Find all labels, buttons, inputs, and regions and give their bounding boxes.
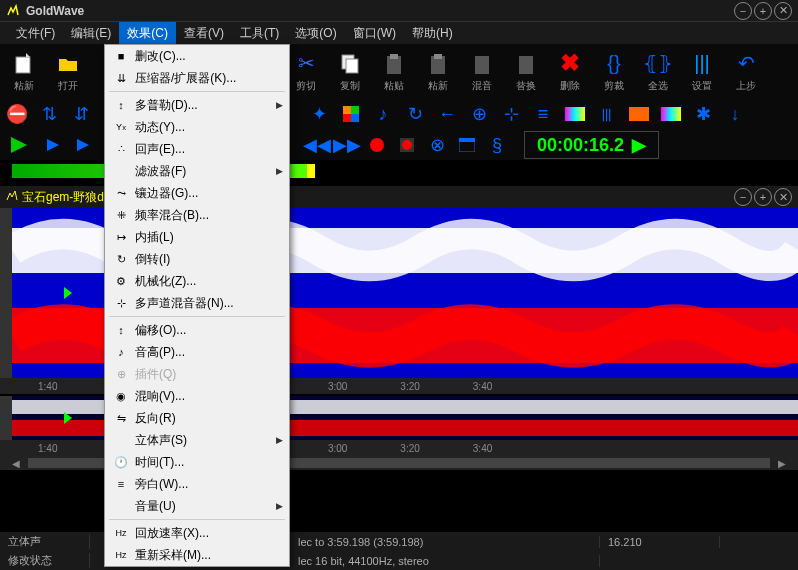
menu-voiceover[interactable]: ≡旁白(W)... (105, 473, 289, 495)
paste-at-button[interactable]: 粘新 (418, 47, 458, 95)
doc-minimize-button[interactable]: − (734, 188, 752, 206)
arrows2-icon[interactable]: ⇵ (68, 101, 94, 127)
svg-rect-11 (343, 114, 351, 122)
doc-close-button[interactable]: ✕ (774, 188, 792, 206)
menu-window[interactable]: 窗口(W) (345, 22, 404, 45)
note-icon[interactable]: ♪ (370, 101, 396, 127)
spectrum2-icon[interactable] (658, 101, 684, 127)
replace-button[interactable]: 替换 (506, 47, 546, 95)
menu-tools[interactable]: 工具(T) (232, 22, 287, 45)
columns-icon[interactable]: ⫼ (594, 101, 620, 127)
spectrum-icon[interactable] (562, 101, 588, 127)
delete-icon: ✖ (556, 49, 584, 77)
play-cursor[interactable] (64, 287, 72, 299)
status-range: lec to 3:59.198 (3:59.198) (290, 536, 600, 548)
no-entry-icon[interactable]: ⛔ (4, 101, 30, 127)
delete-button[interactable]: ✖ 删除 (550, 47, 590, 95)
status-modify: 修改状态 (0, 553, 90, 568)
menu-freq-blend[interactable]: ⁜频率混合(B)... (105, 204, 289, 226)
overview-cursor[interactable] (64, 412, 72, 424)
svg-rect-2 (346, 59, 358, 73)
menu-doppler[interactable]: ↕多普勒(D)...▶ (105, 94, 289, 116)
amplitude-ruler (0, 208, 12, 378)
menu-reverb[interactable]: ◉混响(V)... (105, 385, 289, 407)
offset-icon: ↕ (111, 324, 131, 336)
svg-rect-4 (390, 54, 398, 59)
menu-stereo[interactable]: 立体声(S)▶ (105, 429, 289, 451)
down-icon[interactable]: ↓ (722, 101, 748, 127)
dynamics-icon: Yx (111, 122, 131, 132)
menu-playback-rate[interactable]: Hz回放速率(X)... (105, 522, 289, 544)
flanger-icon: ⤳ (111, 187, 131, 200)
menu-options[interactable]: 选项(O) (287, 22, 344, 45)
overview-ruler (0, 396, 12, 440)
menu-compressor[interactable]: ⇊压缩器/扩展器(K)... (105, 67, 289, 89)
scroll-left-icon[interactable]: ◀ (12, 458, 20, 469)
rewind-button[interactable]: ◀◀ (304, 132, 330, 158)
menu-file[interactable]: 文件(F) (8, 22, 63, 45)
paste-new-button[interactable]: 粘新 (4, 47, 44, 95)
play-alt-button[interactable] (40, 132, 66, 158)
star-icon[interactable]: ✦ (306, 101, 332, 127)
scroll-right-icon[interactable]: ▶ (778, 458, 786, 469)
cut-button[interactable]: ✂ 剪切 (286, 47, 326, 95)
menu-reverse[interactable]: ⇋反向(R) (105, 407, 289, 429)
paste-button[interactable]: 粘贴 (374, 47, 414, 95)
menu-interpolate[interactable]: ↦内插(L) (105, 226, 289, 248)
menu-flanger[interactable]: ⤳镶边器(G)... (105, 182, 289, 204)
menu-multichannel[interactable]: ⊹多声道混音器(N)... (105, 292, 289, 314)
reload-icon[interactable]: ↻ (402, 101, 428, 127)
menu-filter[interactable]: 滤波器(F)▶ (105, 160, 289, 182)
menu-censor[interactable]: ■删改(C)... (105, 45, 289, 67)
censor-icon: ■ (111, 50, 131, 62)
menu-time[interactable]: 🕐时间(T)... (105, 451, 289, 473)
menu-mechanize[interactable]: ⚙机械化(Z)... (105, 270, 289, 292)
settings-button[interactable]: ||| 设置 (682, 47, 722, 95)
record2-button[interactable] (394, 132, 420, 158)
window-controls: − + ✕ (734, 2, 792, 20)
menu-view[interactable]: 查看(V) (176, 22, 232, 45)
menu-invert[interactable]: ↻倒转(I) (105, 248, 289, 270)
center-icon[interactable]: ⊕ (466, 101, 492, 127)
close-button[interactable]: ✕ (774, 2, 792, 20)
menu-edit[interactable]: 编辑(E) (63, 22, 119, 45)
app-icon (6, 4, 20, 18)
forward-button[interactable]: ▶▶ (334, 132, 360, 158)
maximize-button[interactable]: + (754, 2, 772, 20)
trim-button[interactable]: {} 剪裁 (594, 47, 634, 95)
menu-dynamics[interactable]: Yx动态(Y)... (105, 116, 289, 138)
window-button[interactable] (454, 132, 480, 158)
arrows-icon[interactable]: ⇅ (36, 101, 62, 127)
marker-icon[interactable]: ✱ (690, 101, 716, 127)
menubar: 文件(F) 编辑(E) 效果(C) 查看(V) 工具(T) 选项(O) 窗口(W… (0, 22, 798, 44)
sliders-icon[interactable]: ⊹ (498, 101, 524, 127)
link-button[interactable]: § (484, 132, 510, 158)
badge-icon[interactable] (626, 101, 652, 127)
back-icon[interactable]: ← (434, 101, 460, 127)
menu-echo[interactable]: ∴回声(E)... (105, 138, 289, 160)
select-all-button[interactable]: ⦃⦄ 全选 (638, 47, 678, 95)
svg-point-18 (402, 140, 412, 150)
stop-button[interactable]: ⊗ (424, 132, 450, 158)
menu-offset[interactable]: ↕偏移(O)... (105, 319, 289, 341)
folder-icon (54, 49, 82, 77)
copy-button[interactable]: 复制 (330, 47, 370, 95)
doc-maximize-button[interactable]: + (754, 188, 772, 206)
mix-button[interactable]: 混音 (462, 47, 502, 95)
eq-icon[interactable]: ≡ (530, 101, 556, 127)
play-alt2-button[interactable] (70, 132, 96, 158)
menu-resample[interactable]: Hz重新采样(M)... (105, 544, 289, 566)
menu-volume[interactable]: 音量(U)▶ (105, 495, 289, 517)
open-button[interactable]: 打开 (48, 47, 88, 95)
voiceover-icon: ≡ (111, 478, 131, 490)
undo-button[interactable]: ↶ 上步 (726, 47, 766, 95)
grid-icon[interactable] (338, 101, 364, 127)
time-mark: 3:20 (400, 381, 419, 392)
menu-help[interactable]: 帮助(H) (404, 22, 461, 45)
minimize-button[interactable]: − (734, 2, 752, 20)
menu-plugin: ⊕插件(Q) (105, 363, 289, 385)
menu-effects[interactable]: 效果(C) (119, 22, 176, 45)
record-button[interactable] (364, 132, 390, 158)
menu-pitch[interactable]: ♪音高(P)... (105, 341, 289, 363)
play-button[interactable] (4, 133, 36, 157)
